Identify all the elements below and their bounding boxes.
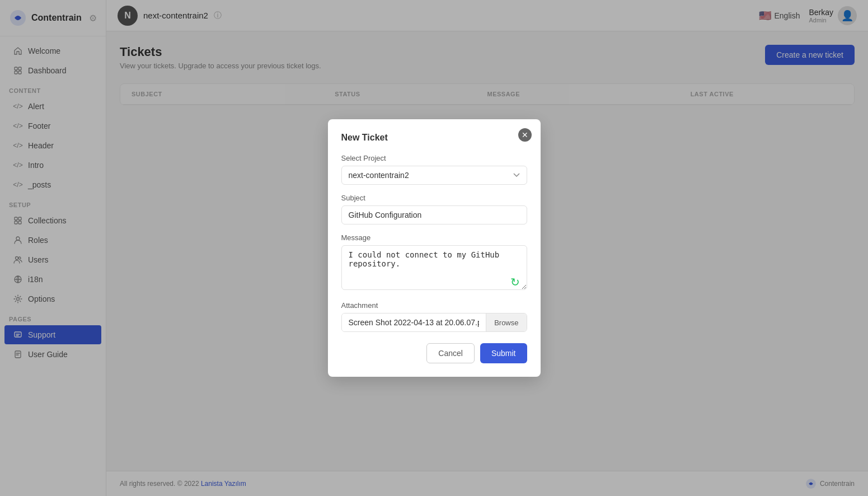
submit-button[interactable]: Submit — [480, 343, 527, 363]
modal-overlay: New Ticket ✕ Select Project next-content… — [0, 0, 868, 496]
subject-label: Subject — [341, 194, 527, 202]
message-textarea-wrapper: I could not connect to my GitHub reposit… — [341, 245, 527, 292]
attachment-group: Attachment Browse — [341, 301, 527, 332]
file-name-input[interactable] — [342, 313, 486, 331]
message-group: Message I could not connect to my GitHub… — [341, 233, 527, 292]
select-project-group: Select Project next-contentrain2 — [341, 154, 527, 185]
modal-close-button[interactable]: ✕ — [518, 128, 532, 142]
modal-actions: Cancel Submit — [341, 343, 527, 363]
select-project-label: Select Project — [341, 154, 527, 162]
cancel-button[interactable]: Cancel — [426, 343, 475, 363]
attachment-label: Attachment — [341, 301, 527, 310]
subject-group: Subject — [341, 194, 527, 224]
subject-input[interactable] — [341, 205, 527, 224]
browse-button[interactable]: Browse — [486, 313, 526, 331]
new-ticket-modal: New Ticket ✕ Select Project next-content… — [328, 119, 541, 377]
message-textarea[interactable]: I could not connect to my GitHub reposit… — [341, 245, 527, 290]
select-project-dropdown[interactable]: next-contentrain2 — [341, 166, 527, 185]
modal-title: New Ticket — [341, 133, 527, 143]
file-input-wrapper: Browse — [341, 313, 527, 332]
message-label: Message — [341, 233, 527, 242]
refresh-icon[interactable]: ↻ — [510, 275, 523, 288]
